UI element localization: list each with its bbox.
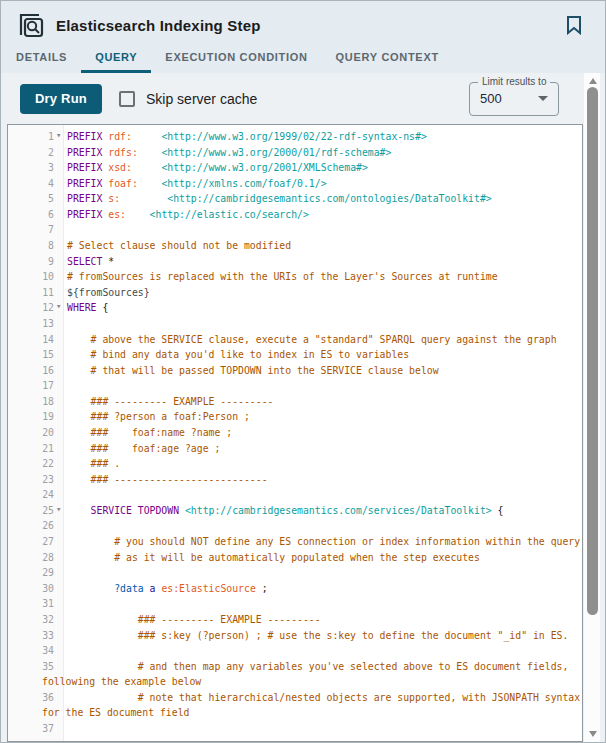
code-line[interactable]: 10# fromSources is replaced with the URI… bbox=[8, 269, 582, 285]
code-line[interactable]: following the example below bbox=[8, 674, 582, 690]
line-number: 9 bbox=[8, 254, 54, 270]
code-line[interactable]: 34 bbox=[8, 643, 582, 659]
code-line[interactable]: 18 ### --------- EXAMPLE --------- bbox=[8, 394, 582, 410]
code-line[interactable]: 5PREFIX s: <http://cambridgesemantics.co… bbox=[8, 191, 582, 207]
code-line[interactable]: 35 # and then map any variables you've s… bbox=[8, 659, 582, 675]
code-line[interactable]: 27 # you should NOT define any ES connec… bbox=[8, 534, 582, 550]
code-token: for the ES document field bbox=[42, 707, 189, 718]
code-line[interactable]: 37 bbox=[8, 721, 582, 737]
fold-arrow-icon[interactable]: ▾ bbox=[56, 128, 61, 144]
code-line[interactable]: 25▾ SERVICE TOPDOWN <http://cambridgesem… bbox=[8, 503, 582, 519]
code-line[interactable]: 1▾PREFIX rdf: <http://www.w3.org/1999/02… bbox=[8, 129, 582, 145]
code-line[interactable]: 13 bbox=[8, 316, 582, 332]
code-token: # as it will be automatically populated … bbox=[114, 552, 480, 563]
code-line[interactable]: 14 # above the SERVICE clause, execute a… bbox=[8, 332, 582, 348]
vertical-scrollbar[interactable] bbox=[583, 73, 600, 742]
code-line[interactable]: 9SELECT * bbox=[8, 254, 582, 270]
code-line[interactable]: 19 ### ?person a foaf:Person ; bbox=[8, 409, 582, 425]
code-line[interactable]: 3PREFIX xsd: <http://www.w3.org/2001/XML… bbox=[8, 160, 582, 176]
code-line[interactable]: 29 bbox=[8, 565, 582, 581]
code-token: PREFIX bbox=[67, 147, 108, 158]
sparql-query-editor[interactable]: 1▾PREFIX rdf: <http://www.w3.org/1999/02… bbox=[7, 124, 583, 742]
code-line[interactable]: 2PREFIX rdfs: <http://www.w3.org/2000/01… bbox=[8, 145, 582, 161]
elasticsearch-indexing-step-dialog: Elasticsearch Indexing Step DETAILS QUER… bbox=[0, 0, 606, 743]
fold-arrow-icon[interactable]: ▾ bbox=[56, 299, 61, 315]
code-line[interactable]: 32 ### --------- EXAMPLE --------- bbox=[8, 612, 582, 628]
code-line[interactable]: 17 bbox=[8, 378, 582, 394]
code-token bbox=[67, 505, 91, 516]
code-token: # Select clause should not be modified bbox=[67, 240, 291, 251]
code-line[interactable]: 12▾WHERE { bbox=[8, 300, 582, 316]
line-number: 15 bbox=[8, 347, 54, 363]
code-line[interactable]: 4PREFIX foaf: <http://xmlns.com/foaf/0.1… bbox=[8, 176, 582, 192]
code-token bbox=[67, 365, 91, 376]
code-line[interactable]: 36 # note that hierarchical/nested objec… bbox=[8, 690, 582, 706]
scrollbar-thumb[interactable] bbox=[587, 87, 598, 615]
tab-execution-condition[interactable]: EXECUTION CONDITION bbox=[151, 42, 321, 73]
line-number: 20 bbox=[8, 425, 54, 441]
code-line[interactable]: 24 bbox=[8, 487, 582, 503]
code-line[interactable]: 11${fromSources} bbox=[8, 285, 582, 301]
code-token: # you should NOT define any ES connectio… bbox=[114, 536, 580, 547]
line-number: 3 bbox=[8, 160, 54, 176]
code-token: ### s:key (?person) ; # use the s:key to… bbox=[138, 630, 569, 641]
line-number: 33 bbox=[8, 628, 54, 644]
code-line[interactable]: 23 ### -------------------------- bbox=[8, 472, 582, 488]
tab-query-context[interactable]: QUERY CONTEXT bbox=[322, 42, 453, 73]
skip-server-cache-checkbox[interactable] bbox=[119, 91, 135, 107]
code-token: WHERE bbox=[67, 302, 102, 313]
line-number: 25 bbox=[8, 503, 54, 519]
code-token bbox=[126, 209, 150, 220]
code-token: # above the SERVICE clause, execute a "s… bbox=[91, 334, 557, 345]
code-line[interactable]: 30 ?data a es:ElasticSource ; bbox=[8, 581, 582, 597]
code-line[interactable]: 20 ### foaf:name ?name ; bbox=[8, 425, 582, 441]
code-line[interactable]: 28 # as it will be automatically populat… bbox=[8, 550, 582, 566]
line-number: 21 bbox=[8, 441, 54, 457]
code-line[interactable]: 7 bbox=[8, 222, 582, 238]
line-number: 32 bbox=[8, 612, 54, 628]
line-number: 8 bbox=[8, 238, 54, 254]
code-line[interactable]: for the ES document field bbox=[8, 705, 582, 721]
tab-details[interactable]: DETAILS bbox=[2, 42, 81, 73]
code-line[interactable]: 15 # bind any data you'd like to index i… bbox=[8, 347, 582, 363]
scroll-down-arrow-icon[interactable] bbox=[584, 726, 601, 742]
limit-results-select[interactable]: Limit results to 500 bbox=[469, 82, 559, 116]
code-line[interactable]: 33 ### s:key (?person) ; # use the s:key… bbox=[8, 628, 582, 644]
code-line[interactable]: 21 ### foaf:age ?age ; bbox=[8, 441, 582, 457]
code-line[interactable]: 6PREFIX es: <http://elastic.co/search/> bbox=[8, 207, 582, 223]
code-token bbox=[67, 692, 138, 703]
code-token: es:ElasticSource bbox=[161, 583, 255, 594]
code-token: # fromSources is replaced with the URIs … bbox=[67, 271, 498, 282]
code-token bbox=[67, 443, 91, 454]
code-token bbox=[67, 411, 91, 422]
skip-server-cache-option[interactable]: Skip server cache bbox=[119, 91, 257, 107]
bookmark-icon[interactable] bbox=[565, 15, 583, 35]
code-token: ### ?person a foaf:Person ; bbox=[91, 411, 250, 422]
code-line[interactable]: 22 ### . bbox=[8, 456, 582, 472]
code-token: ?data bbox=[114, 583, 144, 594]
code-token: PREFIX bbox=[67, 162, 108, 173]
code-token bbox=[67, 334, 91, 345]
line-number: 10 bbox=[8, 269, 54, 285]
code-token: ${fromSources} bbox=[67, 287, 150, 298]
code-line[interactable]: 8# Select clause should not be modified bbox=[8, 238, 582, 254]
limit-results-value: 500 bbox=[480, 91, 538, 106]
tab-query[interactable]: QUERY bbox=[81, 42, 151, 73]
code-line[interactable]: 31 bbox=[8, 596, 582, 612]
fold-arrow-icon[interactable]: ▾ bbox=[56, 502, 61, 518]
code-token bbox=[132, 131, 162, 142]
code-token bbox=[67, 458, 91, 469]
code-token: <http://cambridgesemantics.com/services/… bbox=[185, 505, 492, 516]
dry-run-button[interactable]: Dry Run bbox=[20, 84, 102, 114]
code-token: PREFIX bbox=[67, 193, 108, 204]
line-number: 31 bbox=[8, 596, 54, 612]
code-line[interactable]: 26 bbox=[8, 518, 582, 534]
code-token: s: bbox=[108, 193, 120, 204]
line-number: 37 bbox=[8, 721, 54, 737]
line-number: 36 bbox=[8, 690, 54, 706]
code-token: <http://xmlns.com/foaf/0.1/> bbox=[161, 178, 326, 189]
code-line[interactable]: 16 # that will be passed TOPDOWN into th… bbox=[8, 363, 582, 379]
code-token: ### foaf:age ?age ; bbox=[91, 443, 221, 454]
line-number: 7 bbox=[8, 222, 54, 238]
line-number: 16 bbox=[8, 363, 54, 379]
